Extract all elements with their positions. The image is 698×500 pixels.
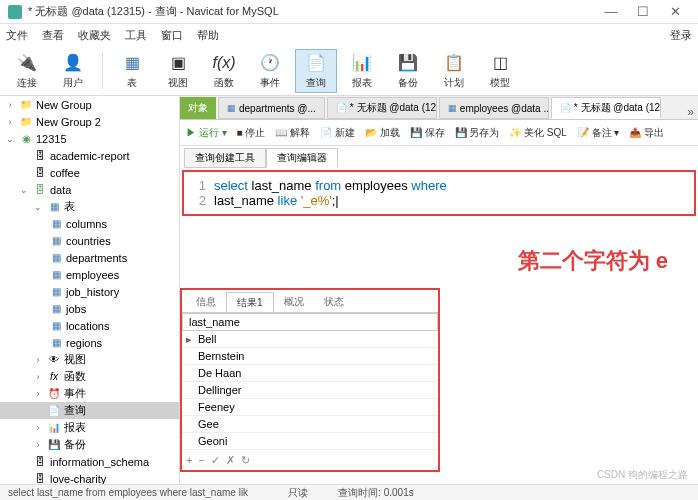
report-icon: 📊 — [351, 52, 373, 74]
toolbar-user[interactable]: 👤用户 — [52, 49, 94, 93]
results-tab-info[interactable]: 信息 — [186, 292, 226, 312]
menu-help[interactable]: 帮助 — [197, 28, 219, 43]
menu-view[interactable]: 查看 — [42, 28, 64, 43]
tree-locations[interactable]: locations — [66, 320, 109, 332]
calendar-icon: 📋 — [443, 52, 465, 74]
backup-icon: 💾 — [397, 52, 419, 74]
action-export[interactable]: 📤 导出 — [629, 126, 664, 140]
refresh-button[interactable]: ↻ — [241, 454, 250, 467]
tree-tables[interactable]: 表 — [64, 199, 75, 214]
tab-employees[interactable]: ▦employees @data ... — [439, 97, 549, 119]
tree-connection[interactable]: 12315 — [36, 133, 67, 145]
table-row[interactable]: Geoni — [182, 433, 438, 450]
tree-events[interactable]: 事件 — [64, 386, 86, 401]
toolbar-table[interactable]: ▦表 — [111, 49, 153, 93]
tree-countries[interactable]: countries — [66, 235, 111, 247]
toolbar-event[interactable]: 🕐事件 — [249, 49, 291, 93]
table-row[interactable]: Feeney — [182, 399, 438, 416]
maximize-button[interactable]: ☐ — [628, 2, 658, 22]
login-link[interactable]: 登录 — [670, 28, 692, 43]
toolbar-backup[interactable]: 💾备份 — [387, 49, 429, 93]
results-tab-summary[interactable]: 概况 — [274, 292, 314, 312]
menu-favorites[interactable]: 收藏夹 — [78, 28, 111, 43]
tree-coffee[interactable]: coffee — [50, 167, 80, 179]
table-row[interactable]: Bernstein — [182, 348, 438, 365]
toolbar-plan[interactable]: 📋计划 — [433, 49, 475, 93]
action-explain[interactable]: 📖 解释 — [275, 126, 310, 140]
sql-editor[interactable]: 1 select last_name from employees where … — [182, 170, 696, 216]
action-load[interactable]: 📂 加载 — [365, 126, 400, 140]
connection-tree[interactable]: ›📁New Group ›📁New Group 2 ⌄◉12315 🗄acade… — [0, 96, 180, 486]
tree-views[interactable]: 视图 — [64, 352, 86, 367]
tree-regions[interactable]: regions — [66, 337, 102, 349]
tree-newgroup2[interactable]: New Group 2 — [36, 116, 101, 128]
results-tab-result[interactable]: 结果1 — [226, 292, 274, 312]
toolbar-report[interactable]: 📊报表 — [341, 49, 383, 93]
tree-employees[interactable]: employees — [66, 269, 119, 281]
query-icon: 📄 — [47, 405, 61, 417]
column-header[interactable]: last_name — [182, 313, 438, 331]
toolbar-model[interactable]: ◫模型 — [479, 49, 521, 93]
results-grid[interactable]: last_name ▸Bell Bernstein De Haan Dellin… — [182, 312, 438, 450]
delete-row-button[interactable]: − — [198, 454, 204, 466]
results-tab-status[interactable]: 状态 — [314, 292, 354, 312]
tree-newgroup[interactable]: New Group — [36, 99, 92, 111]
tab-departments[interactable]: ▦departments @... — [218, 97, 325, 119]
action-stop[interactable]: ■ 停止 — [237, 126, 266, 140]
tree-backups[interactable]: 备份 — [64, 437, 86, 452]
tree-data[interactable]: data — [50, 184, 71, 196]
action-saveas[interactable]: 💾 另存为 — [455, 126, 500, 140]
tree-jobs[interactable]: jobs — [66, 303, 86, 315]
tree-reports[interactable]: 报表 — [64, 420, 86, 435]
cancel-button[interactable]: ✗ — [226, 454, 235, 467]
tab-untitled1[interactable]: 📄* 无标题 @data (12... — [327, 97, 437, 119]
add-row-button[interactable]: + — [186, 454, 192, 466]
query-icon: 📄 — [305, 52, 327, 74]
status-bar: select last_name from employees where la… — [0, 484, 698, 500]
status-readonly: 只读 — [288, 486, 308, 500]
action-save[interactable]: 💾 保存 — [410, 126, 445, 140]
menu-tools[interactable]: 工具 — [125, 28, 147, 43]
subtab-editor[interactable]: 查询编辑器 — [266, 148, 338, 168]
table-row[interactable]: Gee — [182, 416, 438, 433]
table-icon: ▦ — [49, 269, 63, 281]
results-panel: 信息 结果1 概况 状态 last_name ▸Bell Bernstein D… — [180, 288, 440, 472]
close-button[interactable]: ✕ — [660, 2, 690, 22]
tree-queries[interactable]: 查询 — [64, 403, 86, 418]
toolbar-function[interactable]: f(x)函数 — [203, 49, 245, 93]
tree-funcs[interactable]: 函数 — [64, 369, 86, 384]
table-row[interactable]: Dellinger — [182, 382, 438, 399]
toolbar-connect[interactable]: 🔌连接 — [6, 49, 48, 93]
minimize-button[interactable]: — — [596, 2, 626, 22]
tree-departments[interactable]: departments — [66, 252, 127, 264]
separator — [102, 53, 103, 89]
commit-button[interactable]: ✓ — [211, 454, 220, 467]
table-row[interactable]: De Haan — [182, 365, 438, 382]
tree-columns[interactable]: columns — [66, 218, 107, 230]
subtab-builder[interactable]: 查询创建工具 — [184, 148, 266, 168]
tree-jobhistory[interactable]: job_history — [66, 286, 119, 298]
toolbar-query[interactable]: 📄查询 — [295, 49, 337, 93]
clock-icon: 🕐 — [259, 52, 281, 74]
menu-window[interactable]: 窗口 — [161, 28, 183, 43]
tab-nav-right[interactable]: » — [683, 105, 698, 119]
tab-objects[interactable]: 对象 — [180, 97, 216, 119]
action-new[interactable]: 📄 新建 — [320, 126, 355, 140]
tree-lovecharity[interactable]: love-charity — [50, 473, 106, 485]
grid-toolbar: + − ✓ ✗ ↻ — [182, 450, 438, 470]
table-icon: ▦ — [121, 52, 143, 74]
tab-untitled2[interactable]: 📄* 无标题 @data (12... — [551, 97, 661, 119]
action-run[interactable]: ▶ 运行 ▾ — [186, 126, 227, 140]
status-query: select last_name from employees where la… — [8, 487, 248, 498]
table-icon: ▦ — [49, 303, 63, 315]
action-beautify[interactable]: ✨ 美化 SQL — [509, 126, 567, 140]
table-row[interactable]: ▸Bell — [182, 331, 438, 348]
status-time: 查询时间: 0.001s — [338, 486, 414, 500]
tree-academic[interactable]: academic-report — [50, 150, 129, 162]
menu-file[interactable]: 文件 — [6, 28, 28, 43]
toolbar-view[interactable]: ▣视图 — [157, 49, 199, 93]
table-icon: ▦ — [49, 235, 63, 247]
table-icon: ▦ — [227, 103, 236, 113]
action-note[interactable]: 📝 备注 ▾ — [577, 126, 620, 140]
tree-infoschema[interactable]: information_schema — [50, 456, 149, 468]
